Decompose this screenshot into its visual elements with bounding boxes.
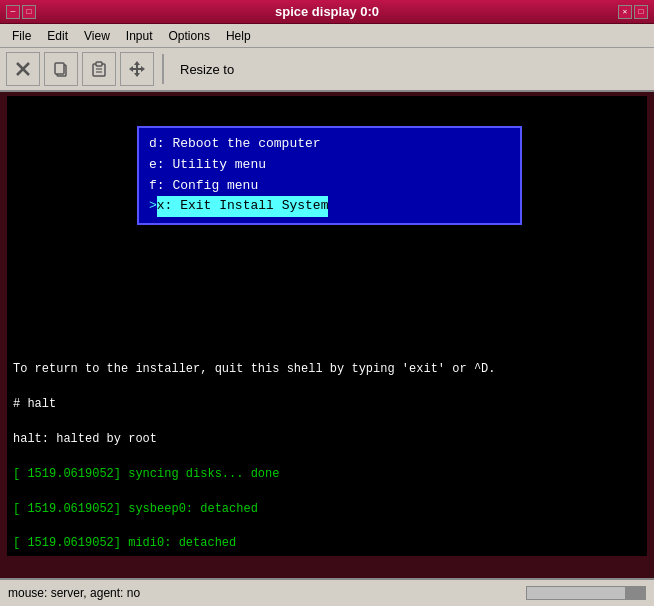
menu-options[interactable]: Options	[161, 27, 218, 45]
close-button-title[interactable]: ✕	[618, 5, 632, 19]
menu-help[interactable]: Help	[218, 27, 259, 45]
menubar: File Edit View Input Options Help	[0, 24, 654, 48]
title-btn-2[interactable]: □	[22, 5, 36, 19]
menu-input[interactable]: Input	[118, 27, 161, 45]
menu-cursor: >	[149, 198, 157, 213]
title-right-buttons: ✕ □	[618, 5, 648, 19]
title-btn-1[interactable]: ─	[6, 5, 20, 19]
menu-view[interactable]: View	[76, 27, 118, 45]
terminal-output: To return to the installer, quit this sh…	[7, 344, 647, 556]
restore-button-title[interactable]: □	[634, 5, 648, 19]
title-left-buttons: ─ □	[6, 5, 36, 19]
paste-toolbar-button[interactable]	[82, 52, 116, 86]
statusbar: mouse: server, agent: no	[0, 578, 654, 606]
terminal-line-3: [ 1519.0619052] syncing disks... done	[13, 467, 279, 481]
menu-selected-text: x: Exit Install System	[157, 196, 329, 217]
menu-line-3: f: Config menu	[149, 176, 510, 197]
menu-line-2: e: Utility menu	[149, 155, 510, 176]
scrollbar[interactable]	[526, 586, 646, 600]
status-text: mouse: server, agent: no	[8, 586, 526, 600]
move-toolbar-button[interactable]	[120, 52, 154, 86]
resize-to-label: Resize to	[172, 58, 242, 81]
install-menu: d: Reboot the computer e: Utility menu f…	[137, 126, 522, 225]
menu-file[interactable]: File	[4, 27, 39, 45]
terminal-line-1: # halt	[13, 397, 56, 411]
terminal-line-2: halt: halted by root	[13, 432, 157, 446]
display-area: d: Reboot the computer e: Utility menu f…	[7, 96, 647, 556]
svg-rect-5	[96, 62, 102, 66]
titlebar: ─ □ spice display 0:0 ✕ □	[0, 0, 654, 24]
terminal-line-0: To return to the installer, quit this sh…	[13, 362, 495, 376]
terminal-line-5: [ 1519.0619052] midi0: detached	[13, 536, 236, 550]
menu-edit[interactable]: Edit	[39, 27, 76, 45]
terminal-line-4: [ 1519.0619052] sysbeep0: detached	[13, 502, 258, 516]
svg-rect-3	[55, 63, 64, 74]
scrollbar-thumb[interactable]	[625, 587, 645, 599]
copy-toolbar-button[interactable]	[44, 52, 78, 86]
close-toolbar-button[interactable]	[6, 52, 40, 86]
menu-line-selected: >x: Exit Install System	[149, 196, 510, 217]
window-title: spice display 0:0	[275, 4, 379, 19]
toolbar-separator	[162, 54, 164, 84]
menu-line-1: d: Reboot the computer	[149, 134, 510, 155]
svg-marker-8	[129, 61, 145, 77]
toolbar: Resize to	[0, 48, 654, 92]
